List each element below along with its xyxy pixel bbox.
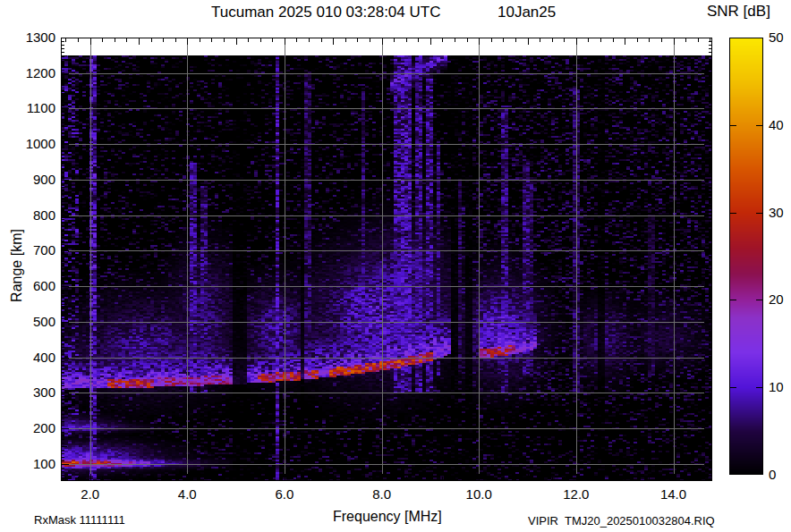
colorbar-tick-label: 0 (769, 467, 791, 482)
x-tick-label: 4.0 (167, 486, 207, 502)
x-tick-label: 10.0 (459, 486, 498, 502)
y-tick-label: 800 (14, 207, 55, 223)
y-tick-label: 1000 (14, 136, 55, 151)
colorbar-tick-label: 20 (769, 291, 791, 307)
y-tick-label: 400 (14, 350, 55, 365)
y-tick-label: 600 (14, 278, 55, 293)
y-tick-label: 200 (14, 420, 55, 435)
y-tick-label: 100 (14, 456, 55, 471)
x-tick-label: 14.0 (654, 486, 693, 502)
y-tick-label: 1300 (14, 30, 55, 45)
y-axis-label: Range [km] (9, 216, 25, 315)
y-tick-label: 900 (14, 172, 55, 187)
y-tick-label: 300 (14, 384, 55, 400)
colorbar-label: SNR [dB] (707, 3, 770, 21)
file-id-text: VIPIR TMJ20_2025010032804.RIQ (528, 514, 715, 528)
colorbar-tick-label: 10 (769, 379, 791, 394)
ionogram-plot-canvas (61, 38, 712, 481)
y-tick-label: 700 (14, 242, 55, 258)
y-tick-label: 500 (14, 314, 55, 329)
colorbar-tick-label: 40 (769, 117, 791, 132)
title-date: 10Jan25 (498, 4, 556, 21)
rx-mask-text: RxMask 11111111 (34, 513, 125, 527)
x-tick-label: 12.0 (557, 486, 596, 502)
y-tick-label: 1200 (14, 65, 55, 80)
ionogram-figure: Tucuman 2025 010 03:28:04 UTC 10Jan25 SN… (0, 0, 791, 532)
y-tick-label: 1100 (14, 100, 55, 115)
colorbar-tick-label: 30 (769, 205, 791, 220)
x-tick-label: 2.0 (71, 486, 110, 502)
x-axis-label: Frequency [MHz] (333, 509, 442, 525)
colorbar-canvas (729, 38, 763, 475)
x-tick-label: 6.0 (265, 486, 304, 502)
page-title: Tucuman 2025 010 03:28:04 UTC (211, 4, 440, 21)
colorbar-tick-label: 50 (769, 30, 791, 45)
x-tick-label: 8.0 (362, 486, 402, 502)
